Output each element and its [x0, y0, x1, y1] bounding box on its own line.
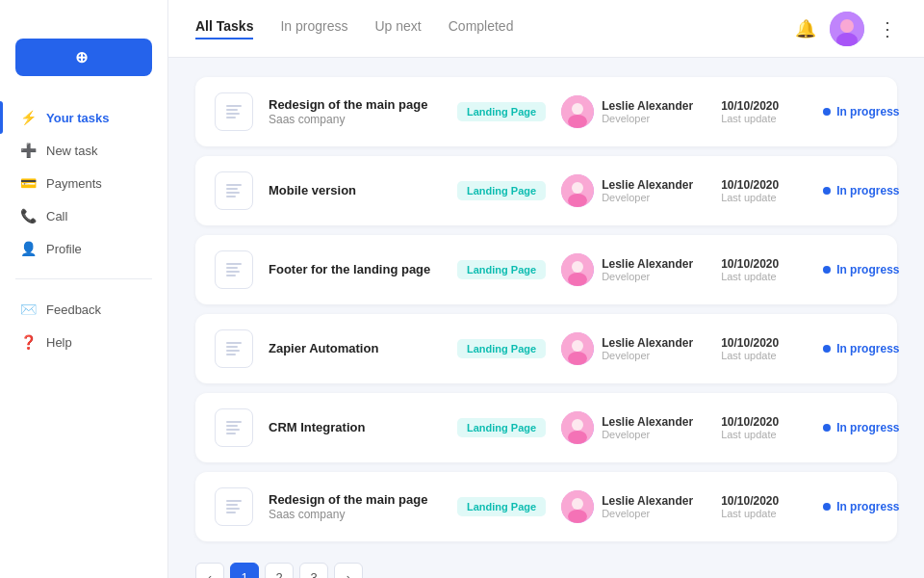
svg-point-44: [568, 510, 587, 523]
task-assignee: Leslie Alexander Developer: [561, 332, 706, 365]
task-title-block: Footer for the landing page: [269, 262, 442, 278]
status-text: In progress: [836, 500, 899, 513]
svg-point-1: [840, 19, 854, 33]
pagination: ‹123›: [195, 551, 897, 578]
svg-point-9: [568, 115, 587, 128]
sidebar-item-new-task[interactable]: ➕ New task: [0, 134, 167, 167]
task-list: Redesign of the main page Saas company L…: [195, 77, 897, 541]
sidebar-label-your-tasks: Your tasks: [46, 111, 110, 125]
sidebar: ⊕ ⚡ Your tasks➕ New task💳 Payments📞 Call…: [0, 0, 168, 578]
task-date-label: Last update: [721, 350, 808, 361]
task-date: 10/10/2020: [721, 415, 808, 429]
plus-icon: ⊕: [75, 48, 88, 66]
status-text: In progress: [836, 342, 899, 355]
task-status: In progress: [823, 342, 899, 355]
svg-rect-3: [226, 105, 242, 107]
more-options-button[interactable]: ⋮: [878, 17, 897, 40]
status-text: In progress: [836, 263, 899, 276]
sidebar-item-feedback[interactable]: ✉️ Feedback: [0, 293, 167, 326]
svg-point-29: [572, 340, 583, 352]
header-actions: 🔔 ⋮: [795, 12, 897, 46]
page-button-2[interactable]: 2: [265, 563, 294, 578]
sidebar-label-call: Call: [46, 209, 67, 223]
feedback-icon: ✉️: [19, 302, 37, 317]
sidebar-item-call[interactable]: 📞 Call: [0, 199, 167, 232]
sidebar-item-help[interactable]: ❓ Help: [0, 326, 167, 358]
task-row: Redesign of the main page Saas company L…: [195, 472, 897, 541]
notification-button[interactable]: 🔔: [795, 18, 816, 39]
assignee-name: Leslie Alexander: [602, 494, 693, 508]
svg-rect-12: [226, 192, 240, 194]
assignee-info: Leslie Alexander Developer: [602, 336, 693, 361]
task-assignee: Leslie Alexander Developer: [561, 253, 706, 286]
svg-rect-31: [226, 421, 242, 423]
assignee-name: Leslie Alexander: [602, 415, 693, 429]
sidebar-item-payments[interactable]: 💳 Payments: [0, 167, 167, 199]
tab-up-next[interactable]: Up next: [374, 18, 421, 39]
assignee-role: Developer: [602, 508, 693, 519]
assignee-info: Leslie Alexander Developer: [602, 415, 693, 440]
profile-icon: 👤: [19, 241, 37, 256]
task-status: In progress: [823, 421, 899, 434]
payments-icon: 💳: [19, 175, 37, 191]
status-dot: [823, 345, 831, 353]
assignee-name: Leslie Alexander: [602, 257, 693, 271]
assignee-role: Developer: [602, 271, 693, 282]
content-area: Redesign of the main page Saas company L…: [168, 58, 924, 578]
svg-rect-32: [226, 425, 238, 427]
task-date-block: 10/10/2020 Last update: [721, 178, 808, 203]
svg-rect-4: [226, 109, 238, 111]
tab-completed[interactable]: Completed: [449, 18, 514, 39]
svg-point-30: [568, 352, 587, 365]
assignee-avatar: [561, 95, 594, 128]
new-task-icon: ➕: [19, 143, 37, 158]
task-title: Mobile version: [269, 183, 442, 199]
task-row: Footer for the landing page Landing Page…: [195, 235, 897, 304]
task-icon: [215, 250, 253, 289]
tab-all-tasks[interactable]: All Tasks: [195, 18, 253, 39]
svg-point-23: [568, 273, 587, 286]
task-status: In progress: [823, 184, 899, 197]
main-area: All TasksIn progressUp nextCompleted 🔔 ⋮…: [168, 0, 924, 578]
task-subtitle: Saas company: [269, 508, 442, 521]
new-task-button[interactable]: ⊕: [15, 39, 152, 76]
sidebar-item-your-tasks[interactable]: ⚡ Your tasks: [0, 101, 167, 134]
header: All TasksIn progressUp nextCompleted 🔔 ⋮: [168, 0, 924, 58]
svg-rect-5: [226, 113, 240, 115]
task-row: Mobile version Landing Page Leslie Alexa…: [195, 156, 897, 225]
task-row: CRM Integration Landing Page Leslie Alex…: [195, 393, 897, 462]
task-icon: [215, 92, 253, 131]
task-date: 10/10/2020: [721, 494, 808, 508]
task-title: Footer for the landing page: [269, 262, 442, 278]
page-button-1[interactable]: 1: [230, 563, 259, 578]
task-date-block: 10/10/2020 Last update: [721, 494, 808, 519]
task-assignee: Leslie Alexander Developer: [561, 95, 706, 128]
page-prev-button[interactable]: ‹: [195, 563, 224, 578]
sidebar-item-profile[interactable]: 👤 Profile: [0, 232, 167, 265]
svg-rect-25: [226, 346, 238, 348]
task-subtitle: Saas company: [269, 113, 442, 126]
task-date-label: Last update: [721, 429, 808, 440]
task-date: 10/10/2020: [721, 257, 808, 271]
page-next-button[interactable]: ›: [334, 563, 363, 578]
assignee-role: Developer: [602, 113, 693, 124]
svg-point-16: [568, 194, 587, 207]
sidebar-label-feedback: Feedback: [46, 302, 101, 317]
svg-rect-19: [226, 271, 240, 273]
svg-point-8: [572, 103, 583, 115]
call-icon: 📞: [19, 208, 37, 223]
avatar[interactable]: [830, 12, 864, 46]
svg-rect-33: [226, 429, 240, 431]
svg-rect-34: [226, 433, 236, 434]
assignee-role: Developer: [602, 192, 693, 203]
status-text: In progress: [836, 421, 899, 434]
tab-in-progress[interactable]: In progress: [280, 18, 347, 39]
sidebar-label-help: Help: [46, 335, 72, 350]
task-tag: Landing Page: [457, 339, 546, 358]
page-button-3[interactable]: 3: [299, 563, 328, 578]
svg-rect-38: [226, 500, 242, 502]
sidebar-divider: [15, 278, 152, 279]
status-dot: [823, 266, 831, 274]
task-icon: [215, 329, 253, 368]
sidebar-secondary-section: ✉️ Feedback❓ Help: [0, 287, 167, 364]
